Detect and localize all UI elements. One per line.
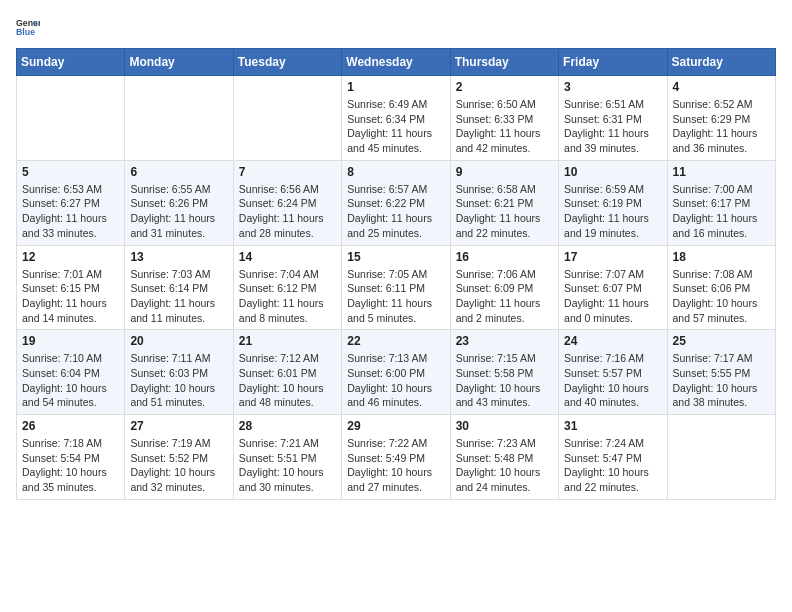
weekday-header-tuesday: Tuesday (233, 49, 341, 76)
day-content: Sunrise: 7:11 AM Sunset: 6:03 PM Dayligh… (130, 351, 227, 410)
calendar-cell: 25Sunrise: 7:17 AM Sunset: 5:55 PM Dayli… (667, 330, 775, 415)
day-content: Sunrise: 6:51 AM Sunset: 6:31 PM Dayligh… (564, 97, 661, 156)
day-number: 27 (130, 419, 227, 433)
day-content: Sunrise: 6:53 AM Sunset: 6:27 PM Dayligh… (22, 182, 119, 241)
weekday-header-friday: Friday (559, 49, 667, 76)
calendar-cell: 10Sunrise: 6:59 AM Sunset: 6:19 PM Dayli… (559, 160, 667, 245)
day-content: Sunrise: 7:21 AM Sunset: 5:51 PM Dayligh… (239, 436, 336, 495)
day-content: Sunrise: 7:03 AM Sunset: 6:14 PM Dayligh… (130, 267, 227, 326)
day-number: 2 (456, 80, 553, 94)
day-content: Sunrise: 6:59 AM Sunset: 6:19 PM Dayligh… (564, 182, 661, 241)
calendar-cell: 8Sunrise: 6:57 AM Sunset: 6:22 PM Daylig… (342, 160, 450, 245)
calendar-cell (667, 415, 775, 500)
day-content: Sunrise: 6:56 AM Sunset: 6:24 PM Dayligh… (239, 182, 336, 241)
calendar-cell: 23Sunrise: 7:15 AM Sunset: 5:58 PM Dayli… (450, 330, 558, 415)
day-number: 1 (347, 80, 444, 94)
calendar-cell: 5Sunrise: 6:53 AM Sunset: 6:27 PM Daylig… (17, 160, 125, 245)
day-number: 31 (564, 419, 661, 433)
day-number: 10 (564, 165, 661, 179)
day-number: 8 (347, 165, 444, 179)
calendar-cell: 17Sunrise: 7:07 AM Sunset: 6:07 PM Dayli… (559, 245, 667, 330)
calendar-cell: 4Sunrise: 6:52 AM Sunset: 6:29 PM Daylig… (667, 76, 775, 161)
weekday-header-thursday: Thursday (450, 49, 558, 76)
day-content: Sunrise: 7:19 AM Sunset: 5:52 PM Dayligh… (130, 436, 227, 495)
weekday-header-sunday: Sunday (17, 49, 125, 76)
day-content: Sunrise: 7:22 AM Sunset: 5:49 PM Dayligh… (347, 436, 444, 495)
calendar-cell: 22Sunrise: 7:13 AM Sunset: 6:00 PM Dayli… (342, 330, 450, 415)
day-number: 5 (22, 165, 119, 179)
day-content: Sunrise: 7:15 AM Sunset: 5:58 PM Dayligh… (456, 351, 553, 410)
calendar-cell: 16Sunrise: 7:06 AM Sunset: 6:09 PM Dayli… (450, 245, 558, 330)
calendar-cell: 3Sunrise: 6:51 AM Sunset: 6:31 PM Daylig… (559, 76, 667, 161)
day-number: 29 (347, 419, 444, 433)
calendar-cell: 9Sunrise: 6:58 AM Sunset: 6:21 PM Daylig… (450, 160, 558, 245)
day-content: Sunrise: 7:00 AM Sunset: 6:17 PM Dayligh… (673, 182, 770, 241)
day-content: Sunrise: 7:17 AM Sunset: 5:55 PM Dayligh… (673, 351, 770, 410)
page-header: General Blue (16, 16, 776, 40)
logo: General Blue (16, 16, 40, 40)
day-number: 25 (673, 334, 770, 348)
day-number: 13 (130, 250, 227, 264)
weekday-header-wednesday: Wednesday (342, 49, 450, 76)
day-content: Sunrise: 7:08 AM Sunset: 6:06 PM Dayligh… (673, 267, 770, 326)
calendar-cell: 1Sunrise: 6:49 AM Sunset: 6:34 PM Daylig… (342, 76, 450, 161)
day-content: Sunrise: 7:24 AM Sunset: 5:47 PM Dayligh… (564, 436, 661, 495)
day-number: 11 (673, 165, 770, 179)
day-number: 6 (130, 165, 227, 179)
calendar-week-2: 5Sunrise: 6:53 AM Sunset: 6:27 PM Daylig… (17, 160, 776, 245)
day-number: 12 (22, 250, 119, 264)
calendar-cell (233, 76, 341, 161)
calendar-cell: 2Sunrise: 6:50 AM Sunset: 6:33 PM Daylig… (450, 76, 558, 161)
day-content: Sunrise: 7:23 AM Sunset: 5:48 PM Dayligh… (456, 436, 553, 495)
day-number: 21 (239, 334, 336, 348)
svg-text:Blue: Blue (16, 27, 35, 37)
day-content: Sunrise: 7:13 AM Sunset: 6:00 PM Dayligh… (347, 351, 444, 410)
logo-icon: General Blue (16, 16, 40, 40)
day-number: 26 (22, 419, 119, 433)
calendar-week-4: 19Sunrise: 7:10 AM Sunset: 6:04 PM Dayli… (17, 330, 776, 415)
day-number: 30 (456, 419, 553, 433)
day-content: Sunrise: 6:55 AM Sunset: 6:26 PM Dayligh… (130, 182, 227, 241)
calendar-cell: 26Sunrise: 7:18 AM Sunset: 5:54 PM Dayli… (17, 415, 125, 500)
weekday-header-monday: Monday (125, 49, 233, 76)
day-number: 7 (239, 165, 336, 179)
calendar-cell: 27Sunrise: 7:19 AM Sunset: 5:52 PM Dayli… (125, 415, 233, 500)
calendar-week-3: 12Sunrise: 7:01 AM Sunset: 6:15 PM Dayli… (17, 245, 776, 330)
calendar-cell: 18Sunrise: 7:08 AM Sunset: 6:06 PM Dayli… (667, 245, 775, 330)
day-content: Sunrise: 6:52 AM Sunset: 6:29 PM Dayligh… (673, 97, 770, 156)
calendar-cell: 11Sunrise: 7:00 AM Sunset: 6:17 PM Dayli… (667, 160, 775, 245)
day-number: 28 (239, 419, 336, 433)
calendar-cell: 19Sunrise: 7:10 AM Sunset: 6:04 PM Dayli… (17, 330, 125, 415)
calendar-cell: 6Sunrise: 6:55 AM Sunset: 6:26 PM Daylig… (125, 160, 233, 245)
calendar-cell: 14Sunrise: 7:04 AM Sunset: 6:12 PM Dayli… (233, 245, 341, 330)
day-content: Sunrise: 7:10 AM Sunset: 6:04 PM Dayligh… (22, 351, 119, 410)
day-number: 16 (456, 250, 553, 264)
calendar-cell: 29Sunrise: 7:22 AM Sunset: 5:49 PM Dayli… (342, 415, 450, 500)
day-number: 14 (239, 250, 336, 264)
day-content: Sunrise: 6:57 AM Sunset: 6:22 PM Dayligh… (347, 182, 444, 241)
day-content: Sunrise: 6:49 AM Sunset: 6:34 PM Dayligh… (347, 97, 444, 156)
calendar-cell: 21Sunrise: 7:12 AM Sunset: 6:01 PM Dayli… (233, 330, 341, 415)
weekday-header-row: SundayMondayTuesdayWednesdayThursdayFrid… (17, 49, 776, 76)
day-content: Sunrise: 6:50 AM Sunset: 6:33 PM Dayligh… (456, 97, 553, 156)
calendar-table: SundayMondayTuesdayWednesdayThursdayFrid… (16, 48, 776, 500)
day-number: 4 (673, 80, 770, 94)
calendar-week-1: 1Sunrise: 6:49 AM Sunset: 6:34 PM Daylig… (17, 76, 776, 161)
calendar-cell: 12Sunrise: 7:01 AM Sunset: 6:15 PM Dayli… (17, 245, 125, 330)
calendar-cell (17, 76, 125, 161)
day-number: 9 (456, 165, 553, 179)
day-number: 23 (456, 334, 553, 348)
day-content: Sunrise: 7:01 AM Sunset: 6:15 PM Dayligh… (22, 267, 119, 326)
calendar-cell: 30Sunrise: 7:23 AM Sunset: 5:48 PM Dayli… (450, 415, 558, 500)
day-content: Sunrise: 7:16 AM Sunset: 5:57 PM Dayligh… (564, 351, 661, 410)
calendar-cell: 13Sunrise: 7:03 AM Sunset: 6:14 PM Dayli… (125, 245, 233, 330)
day-number: 17 (564, 250, 661, 264)
day-content: Sunrise: 7:07 AM Sunset: 6:07 PM Dayligh… (564, 267, 661, 326)
day-content: Sunrise: 7:04 AM Sunset: 6:12 PM Dayligh… (239, 267, 336, 326)
weekday-header-saturday: Saturday (667, 49, 775, 76)
day-number: 19 (22, 334, 119, 348)
calendar-cell: 31Sunrise: 7:24 AM Sunset: 5:47 PM Dayli… (559, 415, 667, 500)
day-number: 22 (347, 334, 444, 348)
day-number: 20 (130, 334, 227, 348)
calendar-cell: 28Sunrise: 7:21 AM Sunset: 5:51 PM Dayli… (233, 415, 341, 500)
